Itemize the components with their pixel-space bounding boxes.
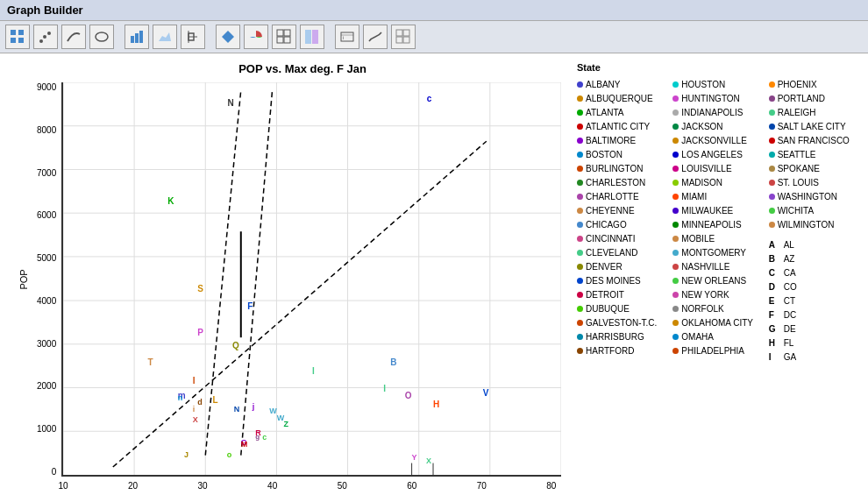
legend-item-albany: ALBANY xyxy=(577,78,669,91)
legend-item-miami: MIAMI xyxy=(672,190,765,203)
svg-text:W: W xyxy=(277,414,285,422)
legend-item-portland: PORTLAND xyxy=(769,92,861,105)
state-code-e: ECT xyxy=(769,294,861,308)
svg-text:H: H xyxy=(433,400,439,409)
title-bar: Graph Builder xyxy=(0,0,868,21)
svg-line-45 xyxy=(205,90,240,456)
toolbar-btn-1[interactable] xyxy=(5,25,30,49)
legend-item-raleigh: RALEIGH xyxy=(769,106,861,119)
toolbar-btn-4[interactable] xyxy=(89,25,114,49)
svg-text:W: W xyxy=(269,407,277,415)
svg-rect-2 xyxy=(11,38,16,43)
svg-text:d: d xyxy=(197,398,203,407)
legend-item-phoenix: PHOENIX xyxy=(769,78,861,91)
y-axis-label: POP xyxy=(18,269,29,289)
legend-item-des-moines: DES MOINES xyxy=(577,274,669,287)
legend-item-cincinnati: CINCINNATI xyxy=(577,232,669,245)
legend-item-omaha: OMAHA xyxy=(672,330,765,343)
chart-svg: c N K S F P Q B xyxy=(63,82,561,475)
legend-item-montgomery: MONTGOMERY xyxy=(672,246,765,259)
toolbar-btn-10[interactable] xyxy=(272,25,296,49)
svg-text:i: i xyxy=(343,35,344,40)
state-code-a: AAL xyxy=(769,238,861,251)
legend-item-harrisburg: HARRISBURG xyxy=(577,330,669,343)
svg-text:K: K xyxy=(167,196,174,206)
svg-rect-24 xyxy=(396,30,402,36)
legend-item-washington: WASHINGTON xyxy=(769,190,861,203)
legend-title: State xyxy=(577,62,861,73)
toolbar-btn-3[interactable] xyxy=(61,25,86,49)
toolbar-btn-11[interactable] xyxy=(300,25,324,49)
legend-col-2: HOUSTON HUNTINGTON INDIANAPOLIS JACKSON … xyxy=(672,78,765,364)
svg-text:I: I xyxy=(383,384,386,393)
content-area: POP vs. Max deg. F Jan POP 9000 8000 700… xyxy=(0,53,868,495)
x-ticks: 10 20 30 40 50 60 70 80 xyxy=(63,481,561,491)
legend-item-denver: DENVER xyxy=(577,260,669,273)
legend-item-cheyenne: CHEYENNE xyxy=(577,204,669,217)
legend-item-wichita: WICHITA xyxy=(769,204,861,217)
legend-item-galveston: GALVESTON-T.C. xyxy=(577,316,669,329)
toolbar-btn-8[interactable] xyxy=(216,25,240,49)
legend-item-dubuque: DUBUQUE xyxy=(577,302,669,315)
legend-item-boston: BOSTON xyxy=(577,148,669,161)
svg-text:o: o xyxy=(227,450,232,459)
state-code-d: DCO xyxy=(769,280,861,293)
legend-item-new-york: NEW YORK xyxy=(672,288,765,301)
toolbar-btn-7[interactable] xyxy=(181,25,205,49)
y-ticks: 9000 8000 7000 6000 5000 4000 3000 2000 … xyxy=(37,82,56,477)
svg-marker-14 xyxy=(222,31,234,43)
svg-text:Y: Y xyxy=(412,453,417,462)
svg-point-4 xyxy=(39,39,43,43)
toolbar-btn-12[interactable]: i xyxy=(335,25,359,49)
state-code-c: CCA xyxy=(769,266,861,279)
svg-rect-20 xyxy=(312,30,318,44)
legend-item-new-orleans: NEW ORLEANS xyxy=(672,274,765,287)
svg-text:j: j xyxy=(252,402,255,411)
state-code-b: BAZ xyxy=(769,252,861,265)
legend-grid: ALBANY ALBUQUERQUE ATLANTA ATLANTIC CITY… xyxy=(577,78,861,364)
svg-text:M: M xyxy=(241,440,248,449)
toolbar-btn-2[interactable] xyxy=(33,25,58,49)
legend-col-1: ALBANY ALBUQUERQUE ATLANTA ATLANTIC CITY… xyxy=(577,78,669,364)
svg-rect-27 xyxy=(403,37,409,43)
svg-rect-8 xyxy=(131,36,134,43)
svg-text:G: G xyxy=(241,438,247,447)
svg-rect-17 xyxy=(277,37,283,43)
chart-area: POP vs. Max deg. F Jan POP 9000 8000 700… xyxy=(0,53,570,495)
legend-item-indianapolis: INDIANAPOLIS xyxy=(672,106,765,119)
svg-rect-3 xyxy=(18,38,24,43)
legend-item-san-francisco: SAN FRANCISCO xyxy=(769,134,861,147)
toolbar-btn-5[interactable] xyxy=(125,25,149,49)
legend-item-philadelphia: PHILADELPHIA xyxy=(672,344,765,357)
toolbar: i xyxy=(0,21,868,53)
svg-text:n: n xyxy=(178,393,183,402)
legend-item-atlantic-city: ATLANTIC CITY xyxy=(577,120,669,133)
toolbar-btn-14[interactable] xyxy=(391,25,416,49)
svg-text:S: S xyxy=(197,284,203,293)
legend-item-madison: MADISON xyxy=(672,176,765,189)
toolbar-btn-6[interactable] xyxy=(153,25,177,49)
dp-c-la: c xyxy=(427,94,432,103)
svg-rect-1 xyxy=(18,30,24,35)
svg-text:Z: Z xyxy=(284,420,289,428)
legend-item-baltimore: BALTIMORE xyxy=(577,134,669,147)
svg-text:m: m xyxy=(178,391,186,400)
state-code-i: IGA xyxy=(769,350,861,364)
legend-item-nashville: NASHVILLE xyxy=(672,260,765,273)
toolbar-btn-13[interactable] xyxy=(363,25,388,49)
legend-item-los-angeles: LOS ANGELES xyxy=(672,148,765,161)
svg-rect-25 xyxy=(403,30,409,36)
legend-item-burlington: BURLINGTON xyxy=(577,162,669,175)
svg-text:V: V xyxy=(483,388,489,398)
svg-point-5 xyxy=(43,35,46,39)
svg-text:J: J xyxy=(184,450,189,459)
svg-text:c: c xyxy=(262,433,267,442)
chart-plot: c N K S F P Q B xyxy=(61,82,561,477)
legend-item-huntington: HUNTINGTON xyxy=(672,92,765,105)
svg-text:P: P xyxy=(197,328,203,337)
toolbar-btn-9[interactable] xyxy=(244,25,268,49)
svg-line-47 xyxy=(113,141,487,467)
svg-text:i: i xyxy=(193,405,196,414)
legend-item-wilmington: WILMINGTON xyxy=(769,218,861,231)
svg-text:N: N xyxy=(234,405,240,414)
